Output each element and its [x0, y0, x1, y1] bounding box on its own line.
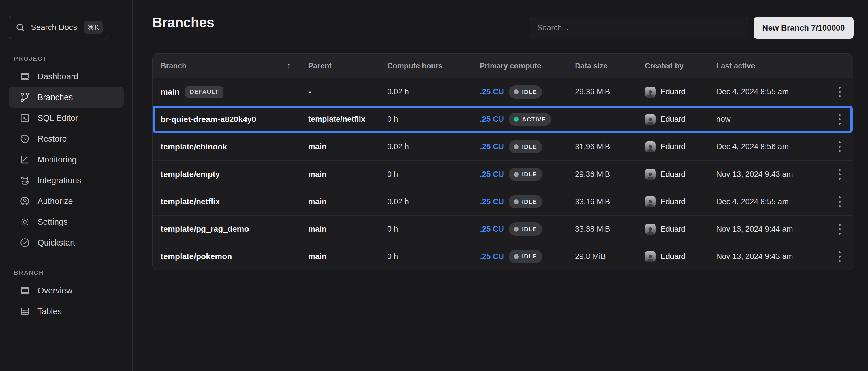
- data-size-cell: 33.38 MiB: [575, 225, 645, 234]
- compute-units[interactable]: .25 CU: [480, 142, 504, 151]
- sidebar-item-label: Overview: [37, 286, 72, 296]
- branch-name: main: [161, 87, 179, 97]
- sidebar-item-integrations[interactable]: Integrations: [9, 170, 124, 191]
- new-branch-button[interactable]: New Branch 7/100000: [753, 17, 854, 39]
- row-menu-button[interactable]: [832, 140, 847, 154]
- status-badge: IDLE: [509, 85, 542, 99]
- data-size-cell: 31.96 MiB: [575, 142, 645, 151]
- avatar: [645, 142, 656, 152]
- branch-name: template/pg_rag_demo: [161, 224, 249, 234]
- created-by-name: Eduard: [660, 252, 685, 261]
- dashboard-icon: [20, 71, 30, 82]
- sidebar-item-label: Dashboard: [37, 72, 79, 81]
- column-header-branch[interactable]: Branch ↑: [161, 61, 308, 71]
- last-active-cell: Nov 13, 2024 9:44 am: [716, 225, 827, 234]
- parent-cell: main: [308, 225, 387, 234]
- created-by-name: Eduard: [660, 142, 685, 151]
- table-row[interactable]: template/empty main 0 h .25 CU IDLE 29.3…: [153, 160, 853, 188]
- branches-search-input[interactable]: [530, 17, 748, 39]
- compute-units[interactable]: .25 CU: [480, 225, 504, 234]
- row-menu-button[interactable]: [832, 85, 847, 99]
- created-by-name: Eduard: [660, 170, 685, 179]
- data-size-cell: 29.8 MiB: [575, 252, 645, 261]
- column-header-compute-hours[interactable]: Compute hours: [387, 61, 480, 70]
- avatar: [645, 196, 656, 207]
- compute-units[interactable]: .25 CU: [480, 170, 504, 179]
- last-active-cell: now: [716, 115, 827, 124]
- section-label-branch: BRANCH: [14, 269, 124, 276]
- sidebar-item-dashboard[interactable]: Dashboard: [9, 66, 124, 87]
- monitoring-icon: [20, 154, 30, 165]
- row-menu-button[interactable]: [832, 167, 847, 182]
- main-content: Branches New Branch 7/100000 Branch ↑ Pa…: [133, 0, 868, 371]
- column-header-primary-compute[interactable]: Primary compute: [480, 61, 575, 70]
- active-dot-icon: [514, 117, 519, 122]
- data-size-cell: 29.36 MiB: [575, 170, 645, 179]
- data-size-cell: 33.16 MiB: [575, 197, 645, 206]
- column-header-parent[interactable]: Parent: [308, 61, 387, 70]
- sidebar-item-label: Authorize: [37, 196, 73, 206]
- status-badge: IDLE: [509, 250, 542, 263]
- sidebar-item-monitoring[interactable]: Monitoring: [9, 149, 124, 170]
- cmd-k-shortcut: ⌘K: [84, 21, 103, 34]
- status-badge: IDLE: [509, 167, 542, 181]
- quickstart-icon: [20, 238, 30, 248]
- table-row[interactable]: template/pg_rag_demo main 0 h .25 CU IDL…: [153, 215, 853, 243]
- settings-icon: [20, 217, 30, 227]
- sidebar-item-label: Restore: [37, 134, 67, 144]
- overview-icon: [20, 285, 30, 296]
- avatar: [645, 87, 656, 97]
- column-header-data-size[interactable]: Data size: [575, 61, 645, 70]
- branches-icon: [20, 92, 30, 102]
- compute-units[interactable]: .25 CU: [480, 252, 504, 261]
- sidebar-item-overview[interactable]: Overview: [9, 280, 124, 301]
- parent-cell: main: [308, 197, 387, 206]
- compute-units[interactable]: .25 CU: [480, 87, 504, 96]
- sidebar-item-tables[interactable]: Tables: [9, 301, 124, 322]
- branch-name: template/chinook: [161, 142, 227, 151]
- table-row[interactable]: template/chinook main 0.02 h .25 CU IDLE…: [153, 133, 853, 160]
- sidebar-item-authorize[interactable]: Authorize: [9, 191, 124, 212]
- sidebar-item-label: Tables: [37, 307, 62, 316]
- avatar: [645, 169, 656, 180]
- branches-table: Branch ↑ Parent Compute hours Primary co…: [152, 53, 853, 270]
- row-menu-button[interactable]: [832, 222, 847, 237]
- last-active-cell: Dec 4, 2024 8:56 am: [716, 142, 827, 151]
- avatar: [645, 224, 656, 235]
- sidebar-item-settings[interactable]: Settings: [9, 212, 124, 232]
- column-header-last-active[interactable]: Last active: [716, 61, 827, 70]
- idle-dot-icon: [514, 254, 519, 259]
- section-label-project: PROJECT: [14, 55, 124, 62]
- sidebar-item-branches[interactable]: Branches: [9, 87, 124, 107]
- parent-cell: template/netflix: [308, 115, 387, 124]
- column-header-created-by[interactable]: Created by: [645, 61, 716, 70]
- compute-hours-cell: 0 h: [387, 225, 480, 234]
- compute-units[interactable]: .25 CU: [480, 197, 504, 206]
- tables-icon: [20, 306, 30, 316]
- sidebar-item-restore[interactable]: Restore: [9, 128, 124, 149]
- sql-editor-icon: [20, 113, 30, 123]
- data-size-cell: 29.36 MiB: [575, 87, 645, 96]
- search-docs-button[interactable]: Search Docs ⌘K: [9, 16, 108, 39]
- created-by-name: Eduard: [660, 225, 685, 234]
- table-row-highlighted[interactable]: br-quiet-dream-a820k4y0 template/netflix…: [153, 105, 853, 133]
- parent-cell: main: [308, 252, 387, 261]
- row-menu-button[interactable]: [832, 249, 847, 264]
- compute-units[interactable]: .25 CU: [480, 115, 504, 124]
- restore-icon: [20, 133, 30, 144]
- compute-hours-cell: 0 h: [387, 170, 480, 179]
- sidebar-item-quickstart[interactable]: Quickstart: [9, 232, 124, 253]
- search-docs-label: Search Docs: [31, 23, 77, 32]
- created-by-name: Eduard: [660, 87, 685, 96]
- sidebar-item-label: Settings: [37, 217, 68, 227]
- status-badge: IDLE: [509, 140, 542, 153]
- table-row[interactable]: template/pokemon main 0 h .25 CU IDLE 29…: [153, 243, 853, 270]
- last-active-cell: Dec 4, 2024 8:55 am: [716, 197, 827, 206]
- status-badge: IDLE: [509, 195, 542, 208]
- sidebar-item-sql-editor[interactable]: SQL Editor: [9, 107, 124, 128]
- table-row[interactable]: template/netflix main 0.02 h .25 CU IDLE…: [153, 188, 853, 215]
- row-menu-button[interactable]: [832, 112, 847, 127]
- row-menu-button[interactable]: [832, 194, 847, 209]
- integrations-icon: [20, 175, 30, 185]
- table-row[interactable]: main DEFAULT - 0.02 h .25 CU IDLE 29.36 …: [153, 78, 853, 105]
